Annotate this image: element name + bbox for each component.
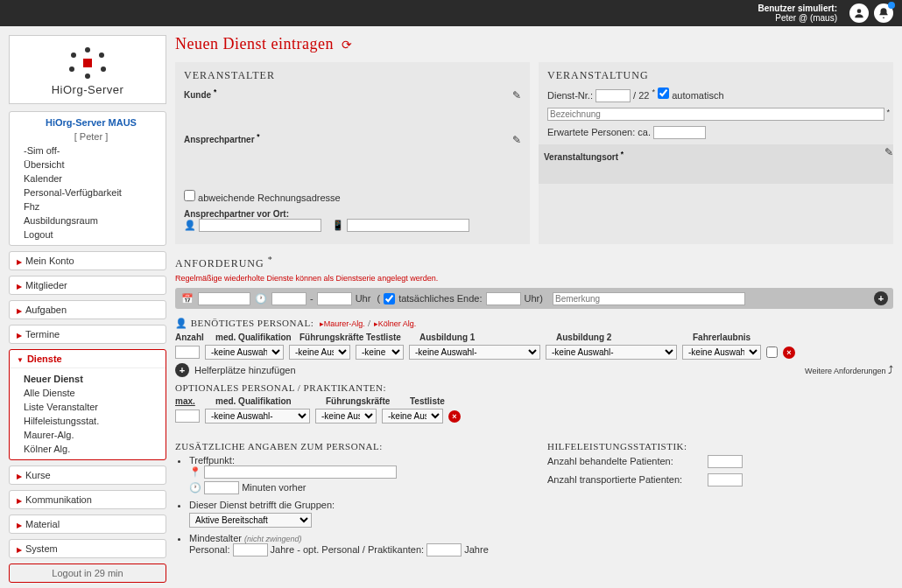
link-sep: / bbox=[368, 318, 371, 328]
delete-opt-row-button[interactable]: × bbox=[448, 410, 461, 423]
sidebar-panel-mitglieder[interactable]: Mitglieder bbox=[9, 276, 166, 295]
sidebar-panel-header[interactable]: Aufgaben bbox=[10, 301, 166, 318]
erwartete-input[interactable] bbox=[653, 126, 706, 139]
behandelte-input[interactable] bbox=[708, 455, 743, 468]
svg-point-5 bbox=[69, 66, 74, 72]
fuehrung-select[interactable]: -keine Auswahl- bbox=[289, 345, 350, 360]
opt-label: - opt. Personal / Praktikanten: bbox=[297, 544, 424, 555]
sidebar-item-maureralg[interactable]: Maurer-Alg. bbox=[10, 428, 166, 442]
treffpunkt-block: Treffpunkt: 📍 🕐 Minuten vorher bbox=[189, 455, 521, 494]
bemerkung-input[interactable] bbox=[553, 292, 745, 305]
koelner-link[interactable]: Kölner Alg. bbox=[378, 319, 417, 328]
ausb1-select[interactable]: -keine Auswahl- bbox=[409, 345, 540, 360]
veranstaltung-heading: VERANSTALTUNG bbox=[547, 69, 884, 82]
vorort-name-input[interactable] bbox=[199, 219, 321, 232]
person-icon: 👤 bbox=[184, 220, 196, 230]
sidebar-item-logout[interactable]: Logout bbox=[10, 228, 166, 242]
sidebar-panel-aufgaben[interactable]: Aufgaben bbox=[9, 300, 166, 319]
sidebar-item-verfuegbarkeit[interactable]: Personal-Verfügbarkeit bbox=[10, 186, 166, 200]
svg-point-1 bbox=[85, 47, 90, 52]
hdr-fuehrung: Führungskräfte bbox=[299, 332, 361, 342]
add-personal-button[interactable]: + bbox=[175, 363, 189, 377]
sidebar-panel-header[interactable]: Mitglieder bbox=[10, 276, 166, 294]
auto-checkbox[interactable] bbox=[658, 88, 669, 99]
sidebar-item-uebersicht[interactable]: Übersicht bbox=[10, 158, 166, 172]
add-timing-button[interactable]: + bbox=[874, 291, 888, 305]
time-start-input[interactable] bbox=[271, 292, 307, 305]
gruppen-select[interactable]: Aktive Bereitschaft bbox=[189, 513, 312, 528]
opt-fuehrung-select[interactable]: -keine Auswahl- bbox=[315, 409, 377, 424]
delete-row-button[interactable]: × bbox=[783, 346, 795, 359]
sidebar-panel-header-dienste[interactable]: Dienste bbox=[10, 350, 166, 368]
uhr-paren: Uhr) bbox=[525, 293, 543, 304]
sidebar-item-kalender[interactable]: Kalender bbox=[10, 172, 166, 186]
sidebar-panel-kurse[interactable]: Kurse bbox=[9, 466, 166, 485]
sidebar-panel-material[interactable]: Material bbox=[9, 514, 166, 534]
dienstnr-input[interactable] bbox=[595, 89, 631, 102]
abweichende-checkbox[interactable] bbox=[184, 190, 195, 201]
treffpunkt-input[interactable] bbox=[204, 466, 397, 479]
sidebar-panel-header[interactable]: Mein Konto bbox=[10, 252, 166, 270]
timing-bar: 📅 🕐 - Uhr ( tatsächliches Ende: Uhr) + bbox=[175, 288, 893, 309]
row-checkbox[interactable] bbox=[766, 346, 778, 358]
phone-icon: 📱 bbox=[332, 220, 344, 230]
tats-input[interactable] bbox=[486, 292, 521, 305]
pers-jahre-input[interactable] bbox=[233, 543, 268, 556]
logo-box: HiOrg-Server bbox=[9, 35, 166, 104]
hdr-ausb2: Ausbildung 2 bbox=[556, 332, 687, 342]
user-menu-icon[interactable] bbox=[849, 4, 869, 23]
opt-jahre-input[interactable] bbox=[426, 543, 462, 556]
sidebar-item-fhz[interactable]: Fhz bbox=[10, 200, 166, 214]
optional-headers: max. med. Qualifikation Führungskräfte T… bbox=[175, 396, 893, 406]
sidebar-panel-termine[interactable]: Termine bbox=[9, 325, 166, 344]
calendar-icon[interactable]: 📅 bbox=[180, 291, 194, 305]
logout-timer[interactable]: Logout in 29 min bbox=[9, 564, 166, 583]
sidebar-panel-header[interactable]: Kurse bbox=[10, 466, 166, 484]
sidebar-item-koelneralg[interactable]: Kölner Alg. bbox=[10, 442, 166, 456]
notification-icon[interactable] bbox=[874, 4, 893, 23]
minuten-input[interactable] bbox=[204, 481, 239, 494]
sidebar-item-simoff[interactable]: -Sim off- bbox=[10, 144, 166, 158]
maurer-link[interactable]: Maurer-Alg. bbox=[324, 319, 365, 328]
medqual-select[interactable]: -keine Auswahl- bbox=[205, 345, 284, 360]
refresh-icon[interactable]: ⟳ bbox=[342, 38, 353, 52]
weitere-link[interactable]: Weitere Anforderungen ⤴ bbox=[805, 364, 893, 376]
sidebar-item-ausbildungsraum[interactable]: Ausbildungsraum bbox=[10, 214, 166, 228]
tats-checkbox[interactable] bbox=[384, 293, 395, 304]
sidebar-item-hilfeleistungsstat[interactable]: Hilfeleistungsstat. bbox=[10, 414, 166, 428]
transportierte-input[interactable] bbox=[708, 473, 743, 486]
anforderung-hint[interactable]: Regelmäßige wiederholte Dienste können a… bbox=[175, 274, 893, 283]
time-end-input[interactable] bbox=[317, 292, 352, 305]
sidebar-panel-kommunikation[interactable]: Kommunikation bbox=[9, 490, 166, 509]
anzahl-input[interactable] bbox=[175, 346, 200, 359]
ausb2-select[interactable]: -keine Auswahl- bbox=[546, 345, 677, 360]
gruppen-block: Dieser Dienst betrifft die Gruppen: Akti… bbox=[189, 500, 521, 528]
edit-kunde-icon[interactable] bbox=[512, 89, 521, 102]
opt-testliste-select[interactable]: -keine Auswahl- bbox=[382, 409, 443, 424]
bezeichnung-input[interactable] bbox=[547, 108, 884, 121]
svg-point-3 bbox=[101, 66, 106, 72]
zusatz-heading: ZUSÄTZLICHE ANGABEN ZUM PERSONAL: bbox=[175, 441, 521, 452]
sidebar-panel-meinkonto[interactable]: Mein Konto bbox=[9, 251, 166, 270]
edit-ort-icon[interactable] bbox=[884, 146, 893, 158]
sidebar-panel-system[interactable]: System bbox=[9, 539, 166, 558]
opt-max-input[interactable] bbox=[175, 410, 200, 423]
sidebar-panel-header[interactable]: System bbox=[10, 540, 166, 557]
dienstnr-suffix: / 22 bbox=[633, 90, 649, 101]
sidebar-item-alledienste[interactable]: Alle Dienste bbox=[10, 386, 166, 400]
sidebar-panel-header[interactable]: Material bbox=[10, 515, 166, 533]
opt-medqual-select[interactable]: -keine Auswahl- bbox=[205, 409, 310, 424]
sidebar-panel-header[interactable]: Kommunikation bbox=[10, 491, 166, 508]
hdr-medqual: med. Qualifikation bbox=[215, 332, 294, 342]
sidebar-panel-header[interactable]: Termine bbox=[10, 326, 166, 343]
edit-ansprechpartner-icon[interactable] bbox=[512, 134, 521, 146]
sidebar-item-listeveranstalter[interactable]: Liste Veranstalter bbox=[10, 400, 166, 414]
erwartete-label: Erwartete Personen: ca. bbox=[547, 127, 651, 137]
testliste-select[interactable]: -keine Auswahl- bbox=[356, 345, 404, 360]
date-input[interactable] bbox=[198, 292, 250, 305]
sidebar-org-title[interactable]: HiOrg-Server MAUS bbox=[10, 116, 166, 130]
vorort-phone-input[interactable] bbox=[347, 219, 469, 232]
svg-point-2 bbox=[99, 52, 104, 58]
fahr-select[interactable]: -keine Auswahl- bbox=[682, 345, 761, 360]
sidebar-item-neuerdienst[interactable]: Neuer Dienst bbox=[10, 372, 166, 386]
